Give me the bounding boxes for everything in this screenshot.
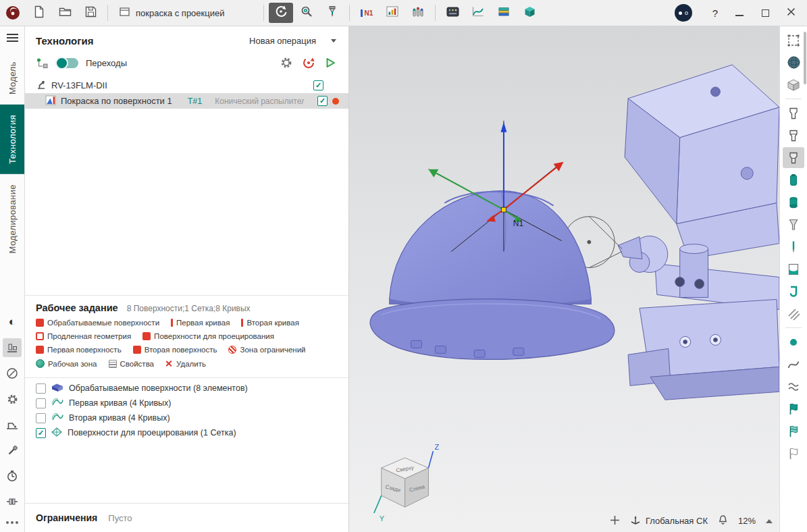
legend-item[interactable]: Обрабатываемые поверхности bbox=[36, 319, 159, 327]
draft-compass-button[interactable] bbox=[3, 364, 22, 383]
list-item[interactable]: Поверхности для проецирования (1 Сетка) bbox=[36, 425, 338, 440]
legend-item[interactable]: Продленная геометрия bbox=[36, 332, 131, 340]
list-item-label: Обрабатываемые поверхности (8 элементов) bbox=[69, 383, 248, 393]
list-item[interactable]: Первая кривая (4 Кривых) bbox=[36, 396, 338, 410]
hatch-lines-button[interactable] bbox=[783, 303, 804, 324]
contrast-icon[interactable] bbox=[3, 313, 22, 331]
machine-bench-button[interactable] bbox=[3, 415, 22, 434]
statistics-button[interactable] bbox=[380, 3, 405, 23]
simulate-machining-icon[interactable] bbox=[302, 56, 315, 70]
maximize-button[interactable] bbox=[753, 3, 777, 23]
notifications-bell-icon[interactable] bbox=[718, 514, 728, 527]
close-button[interactable] bbox=[779, 3, 803, 23]
add-view-icon[interactable] bbox=[610, 515, 620, 527]
hook-profile-button[interactable] bbox=[783, 281, 804, 302]
nozzle-funnel-button[interactable] bbox=[783, 214, 804, 235]
tree-row-machine[interactable]: RV-13FLM-DII bbox=[25, 78, 348, 93]
toolpath-curve-button[interactable] bbox=[466, 3, 490, 23]
tree-row-operation[interactable]: Покраска по поверхности 1 Т#1 Конический… bbox=[25, 93, 348, 109]
legend-item[interactable]: Поверхности для проецирования bbox=[142, 332, 274, 340]
connector-button[interactable] bbox=[3, 492, 22, 511]
toolbar-scrollbar[interactable] bbox=[804, 32, 806, 84]
coordinate-system-selector[interactable]: Глобальная СК bbox=[630, 515, 708, 527]
status-dot bbox=[332, 98, 339, 105]
machine-cell-button[interactable] bbox=[3, 338, 22, 357]
machine-checkbox[interactable] bbox=[313, 80, 323, 90]
legend-item[interactable]: Первая поверхность bbox=[36, 346, 122, 354]
spray-paint-button[interactable] bbox=[269, 3, 293, 23]
tab-simulation[interactable]: Моделирование bbox=[0, 174, 24, 263]
help-button[interactable]: ? bbox=[704, 3, 726, 23]
legend-item[interactable]: Рабочая зона bbox=[36, 359, 97, 368]
axis-y-label: Y bbox=[380, 514, 385, 523]
tool-spindle-button[interactable] bbox=[320, 3, 344, 23]
zoom-level[interactable]: 12% bbox=[738, 516, 756, 526]
palette-sheet-button[interactable] bbox=[783, 259, 804, 280]
extruder-head-3-button[interactable] bbox=[783, 147, 804, 168]
layers-stack-button[interactable] bbox=[492, 3, 516, 23]
spray-cylinder-1-button[interactable] bbox=[783, 169, 804, 190]
tooling-rack-button[interactable] bbox=[406, 3, 430, 23]
run-play-icon[interactable] bbox=[324, 57, 336, 69]
screwdriver-button[interactable] bbox=[3, 441, 22, 460]
list-item[interactable]: Вторая кривая (4 Кривых) bbox=[36, 410, 338, 425]
document-tab[interactable]: покраска с проекцией bbox=[113, 0, 259, 26]
settings-gear-button[interactable] bbox=[3, 390, 22, 408]
operation-settings-gear-icon[interactable] bbox=[280, 56, 293, 70]
operation-structure-icon[interactable] bbox=[36, 57, 48, 69]
list-item-label: Первая кривая (4 Кривых) bbox=[69, 398, 172, 408]
legend-item[interactable]: Вторая кривая bbox=[241, 319, 299, 327]
flag-filled-button[interactable] bbox=[783, 398, 804, 419]
save-button[interactable] bbox=[78, 3, 103, 23]
app-logo-icon[interactable] bbox=[0, 0, 26, 26]
point-button[interactable] bbox=[783, 331, 804, 352]
legend-item[interactable]: Вторая поверхность bbox=[133, 346, 217, 354]
extruder-head-1-button[interactable] bbox=[783, 103, 804, 124]
collision-indicator[interactable] bbox=[675, 4, 692, 22]
waves-button[interactable] bbox=[783, 376, 804, 397]
sphere-view-button[interactable] bbox=[783, 52, 804, 73]
legend-item[interactable]: Зона ограничений bbox=[228, 346, 305, 354]
toolbar-separator bbox=[785, 327, 802, 328]
curve-button[interactable] bbox=[783, 354, 804, 375]
3d-viewport[interactable]: N1 Сверху Сзади Слева Z Y bbox=[349, 26, 779, 532]
flag-outline-button[interactable] bbox=[783, 443, 804, 464]
needle-button[interactable] bbox=[783, 236, 804, 257]
flag-striped-button[interactable] bbox=[783, 421, 804, 442]
tab-model[interactable]: Модель bbox=[0, 51, 24, 105]
properties-button[interactable]: Свойства bbox=[109, 360, 155, 368]
tab-technology[interactable]: Технология bbox=[0, 105, 24, 174]
curve-green-icon bbox=[51, 398, 63, 408]
more-dots-icon[interactable] bbox=[6, 521, 18, 524]
open-folder-button[interactable] bbox=[53, 3, 77, 23]
extruder-head-2-button[interactable] bbox=[783, 125, 804, 146]
list-item[interactable]: Обрабатываемые поверхности (8 элементов) bbox=[36, 381, 338, 396]
operation-checkbox[interactable] bbox=[317, 96, 328, 106]
item-checkbox[interactable] bbox=[36, 398, 46, 408]
toolbar-separator bbox=[263, 5, 264, 21]
spray-cylinder-2-button[interactable] bbox=[783, 192, 804, 213]
inspect-button[interactable] bbox=[294, 3, 319, 23]
item-checkbox[interactable] bbox=[36, 383, 46, 394]
timer-button[interactable] bbox=[3, 467, 22, 485]
control-panel-button[interactable] bbox=[440, 3, 465, 23]
minimize-button[interactable] bbox=[727, 3, 752, 23]
delete-button[interactable]: Удалить bbox=[165, 360, 206, 368]
tooling-rack-icon bbox=[412, 6, 424, 20]
chevron-up-icon[interactable] bbox=[766, 519, 773, 523]
item-checkbox[interactable] bbox=[36, 428, 46, 438]
item-checkbox[interactable] bbox=[36, 413, 46, 423]
transitions-toggle[interactable] bbox=[55, 58, 78, 68]
legend-item[interactable]: Первая кривая bbox=[171, 319, 230, 327]
selection-box-button[interactable] bbox=[783, 30, 804, 51]
hamburger-menu-icon[interactable] bbox=[7, 34, 18, 35]
postprocessor-cube-button[interactable] bbox=[517, 3, 542, 23]
new-operation-dropdown[interactable]: Новая операция bbox=[249, 36, 336, 46]
toolbar-separator bbox=[349, 5, 350, 21]
close-icon bbox=[787, 7, 796, 19]
shaded-cube-button[interactable] bbox=[783, 74, 804, 95]
setup-n1-button[interactable]: N1 bbox=[355, 3, 379, 23]
work-task-summary: 8 Поверхности;1 Сетка;8 Кривых bbox=[127, 304, 251, 313]
new-document-button[interactable] bbox=[27, 3, 51, 23]
3d-scene: N1 Сверху Сзади Слева Z Y bbox=[349, 26, 779, 532]
